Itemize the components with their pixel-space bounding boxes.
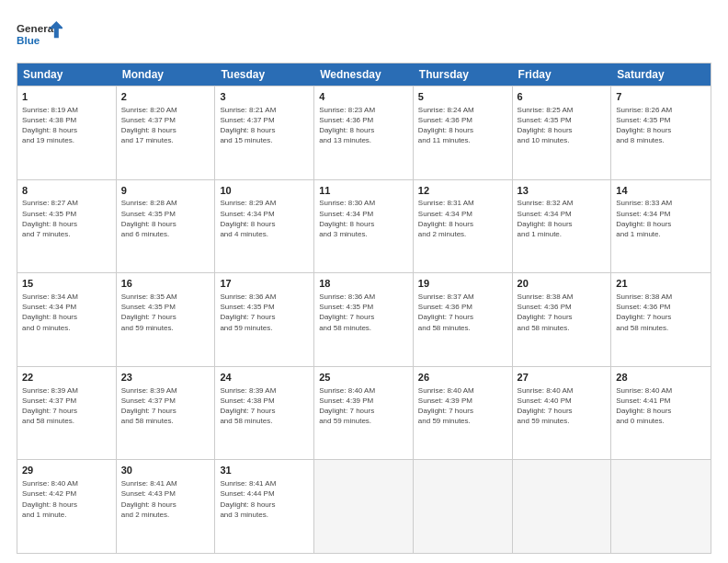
day-info-7: Sunrise: 8:26 AM Sunset: 4:35 PM Dayligh… <box>616 105 706 146</box>
week-2: 8Sunrise: 8:27 AM Sunset: 4:35 PM Daylig… <box>17 179 711 273</box>
day-19: 19Sunrise: 8:37 AM Sunset: 4:36 PM Dayli… <box>414 273 513 366</box>
day-22: 22Sunrise: 8:39 AM Sunset: 4:37 PM Dayli… <box>17 367 117 460</box>
logo-svg: General Blue <box>17 17 63 53</box>
day-info-18: Sunrise: 8:36 AM Sunset: 4:35 PM Dayligh… <box>319 292 408 333</box>
day-info-17: Sunrise: 8:36 AM Sunset: 4:35 PM Dayligh… <box>220 292 309 333</box>
day-number-28: 28 <box>616 371 706 385</box>
day-info-31: Sunrise: 8:41 AM Sunset: 4:44 PM Dayligh… <box>220 478 309 520</box>
day-info-14: Sunrise: 8:33 AM Sunset: 4:34 PM Dayligh… <box>616 198 706 239</box>
header-monday: Monday <box>117 63 216 86</box>
day-number-19: 19 <box>418 277 507 291</box>
day-number-8: 8 <box>22 184 111 198</box>
day-number-31: 31 <box>220 464 309 477</box>
day-10: 10Sunrise: 8:29 AM Sunset: 4:34 PM Dayli… <box>215 180 314 273</box>
day-number-18: 18 <box>319 277 408 291</box>
day-info-22: Sunrise: 8:39 AM Sunset: 4:37 PM Dayligh… <box>22 385 111 427</box>
page-header: General Blue <box>17 17 711 53</box>
day-number-17: 17 <box>220 277 309 291</box>
day-13: 13Sunrise: 8:32 AM Sunset: 4:34 PM Dayli… <box>513 180 612 273</box>
day-number-15: 15 <box>22 277 111 291</box>
day-number-26: 26 <box>418 371 507 385</box>
day-info-28: Sunrise: 8:40 AM Sunset: 4:41 PM Dayligh… <box>616 385 706 427</box>
header-saturday: Saturday <box>611 63 711 86</box>
day-number-22: 22 <box>22 371 111 385</box>
day-number-23: 23 <box>121 371 210 385</box>
header-sunday: Sunday <box>17 63 117 86</box>
day-info-15: Sunrise: 8:34 AM Sunset: 4:34 PM Dayligh… <box>22 292 111 333</box>
day-info-29: Sunrise: 8:40 AM Sunset: 4:42 PM Dayligh… <box>22 478 111 520</box>
day-number-16: 16 <box>121 277 210 291</box>
empty-cell <box>314 460 414 553</box>
day-1: 1Sunrise: 8:19 AM Sunset: 4:38 PM Daylig… <box>17 86 117 179</box>
day-14: 14Sunrise: 8:33 AM Sunset: 4:34 PM Dayli… <box>611 180 711 273</box>
empty-cell <box>414 460 513 553</box>
day-21: 21Sunrise: 8:38 AM Sunset: 4:36 PM Dayli… <box>611 273 711 366</box>
calendar-body: 1Sunrise: 8:19 AM Sunset: 4:38 PM Daylig… <box>17 86 711 553</box>
header-wednesday: Wednesday <box>314 63 414 86</box>
day-info-20: Sunrise: 8:38 AM Sunset: 4:36 PM Dayligh… <box>518 292 607 333</box>
day-info-11: Sunrise: 8:30 AM Sunset: 4:34 PM Dayligh… <box>319 198 408 239</box>
week-4: 22Sunrise: 8:39 AM Sunset: 4:37 PM Dayli… <box>17 366 711 460</box>
day-6: 6Sunrise: 8:25 AM Sunset: 4:35 PM Daylig… <box>513 86 612 179</box>
day-info-1: Sunrise: 8:19 AM Sunset: 4:38 PM Dayligh… <box>22 105 111 146</box>
day-2: 2Sunrise: 8:20 AM Sunset: 4:37 PM Daylig… <box>117 86 216 179</box>
day-11: 11Sunrise: 8:30 AM Sunset: 4:34 PM Dayli… <box>314 180 414 273</box>
day-info-19: Sunrise: 8:37 AM Sunset: 4:36 PM Dayligh… <box>418 292 507 333</box>
day-number-14: 14 <box>616 184 706 198</box>
day-number-9: 9 <box>121 184 210 198</box>
day-18: 18Sunrise: 8:36 AM Sunset: 4:35 PM Dayli… <box>314 273 414 366</box>
day-number-30: 30 <box>121 464 210 477</box>
day-info-13: Sunrise: 8:32 AM Sunset: 4:34 PM Dayligh… <box>518 198 607 239</box>
day-info-25: Sunrise: 8:40 AM Sunset: 4:39 PM Dayligh… <box>319 385 408 427</box>
day-number-6: 6 <box>518 90 607 104</box>
day-info-30: Sunrise: 8:41 AM Sunset: 4:43 PM Dayligh… <box>121 478 210 520</box>
week-5: 29Sunrise: 8:40 AM Sunset: 4:42 PM Dayli… <box>17 459 711 553</box>
day-number-13: 13 <box>518 184 607 198</box>
day-28: 28Sunrise: 8:40 AM Sunset: 4:41 PM Dayli… <box>611 367 711 460</box>
day-7: 7Sunrise: 8:26 AM Sunset: 4:35 PM Daylig… <box>611 86 711 179</box>
empty-cell <box>611 460 711 553</box>
day-info-5: Sunrise: 8:24 AM Sunset: 4:36 PM Dayligh… <box>418 105 507 146</box>
day-24: 24Sunrise: 8:39 AM Sunset: 4:38 PM Dayli… <box>215 367 314 460</box>
day-26: 26Sunrise: 8:40 AM Sunset: 4:39 PM Dayli… <box>414 367 513 460</box>
svg-text:Blue: Blue <box>17 34 40 46</box>
empty-cell <box>513 460 612 553</box>
header-thursday: Thursday <box>414 63 513 86</box>
day-number-10: 10 <box>220 184 309 198</box>
day-number-1: 1 <box>22 90 111 104</box>
day-info-24: Sunrise: 8:39 AM Sunset: 4:38 PM Dayligh… <box>220 385 309 427</box>
day-number-29: 29 <box>22 464 111 477</box>
day-17: 17Sunrise: 8:36 AM Sunset: 4:35 PM Dayli… <box>215 273 314 366</box>
day-number-27: 27 <box>518 371 607 385</box>
day-25: 25Sunrise: 8:40 AM Sunset: 4:39 PM Dayli… <box>314 367 414 460</box>
day-27: 27Sunrise: 8:40 AM Sunset: 4:40 PM Dayli… <box>513 367 612 460</box>
day-5: 5Sunrise: 8:24 AM Sunset: 4:36 PM Daylig… <box>414 86 513 179</box>
day-9: 9Sunrise: 8:28 AM Sunset: 4:35 PM Daylig… <box>117 180 216 273</box>
day-info-16: Sunrise: 8:35 AM Sunset: 4:35 PM Dayligh… <box>121 292 210 333</box>
day-15: 15Sunrise: 8:34 AM Sunset: 4:34 PM Dayli… <box>17 273 117 366</box>
day-info-27: Sunrise: 8:40 AM Sunset: 4:40 PM Dayligh… <box>518 385 607 427</box>
day-info-10: Sunrise: 8:29 AM Sunset: 4:34 PM Dayligh… <box>220 198 309 239</box>
day-info-2: Sunrise: 8:20 AM Sunset: 4:37 PM Dayligh… <box>121 105 210 146</box>
day-number-24: 24 <box>220 371 309 385</box>
day-number-12: 12 <box>418 184 507 198</box>
day-16: 16Sunrise: 8:35 AM Sunset: 4:35 PM Dayli… <box>117 273 216 366</box>
day-20: 20Sunrise: 8:38 AM Sunset: 4:36 PM Dayli… <box>513 273 612 366</box>
day-number-2: 2 <box>121 90 210 104</box>
day-info-8: Sunrise: 8:27 AM Sunset: 4:35 PM Dayligh… <box>22 198 111 239</box>
day-number-21: 21 <box>616 277 706 291</box>
header-friday: Friday <box>513 63 612 86</box>
day-info-6: Sunrise: 8:25 AM Sunset: 4:35 PM Dayligh… <box>518 105 607 146</box>
day-info-12: Sunrise: 8:31 AM Sunset: 4:34 PM Dayligh… <box>418 198 507 239</box>
day-number-5: 5 <box>418 90 507 104</box>
day-info-3: Sunrise: 8:21 AM Sunset: 4:37 PM Dayligh… <box>220 105 309 146</box>
day-12: 12Sunrise: 8:31 AM Sunset: 4:34 PM Dayli… <box>414 180 513 273</box>
day-29: 29Sunrise: 8:40 AM Sunset: 4:42 PM Dayli… <box>17 460 117 553</box>
day-info-26: Sunrise: 8:40 AM Sunset: 4:39 PM Dayligh… <box>418 385 507 427</box>
day-info-21: Sunrise: 8:38 AM Sunset: 4:36 PM Dayligh… <box>616 292 706 333</box>
day-info-9: Sunrise: 8:28 AM Sunset: 4:35 PM Dayligh… <box>121 198 210 239</box>
day-number-20: 20 <box>518 277 607 291</box>
day-30: 30Sunrise: 8:41 AM Sunset: 4:43 PM Dayli… <box>117 460 216 553</box>
week-3: 15Sunrise: 8:34 AM Sunset: 4:34 PM Dayli… <box>17 272 711 366</box>
header-tuesday: Tuesday <box>215 63 314 86</box>
